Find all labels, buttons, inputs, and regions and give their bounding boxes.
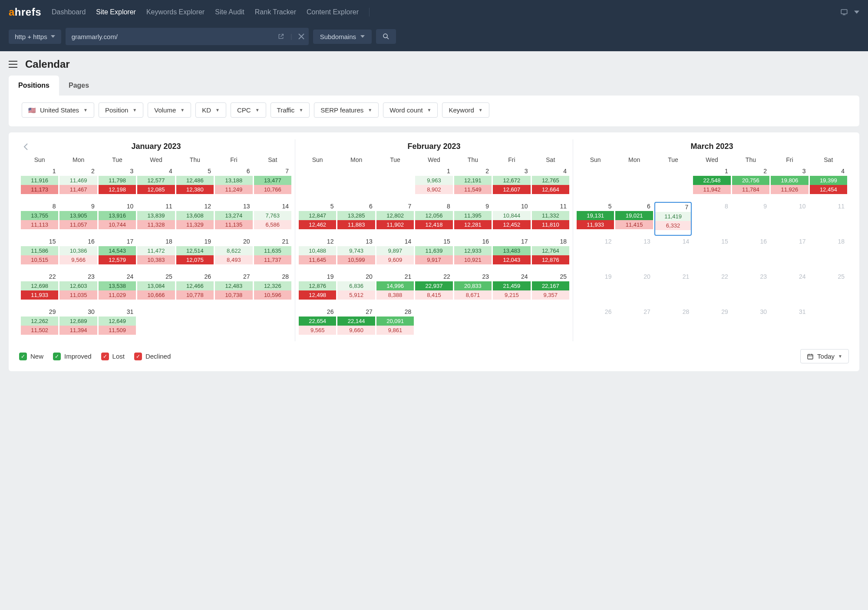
gain-value: 22,548 xyxy=(693,176,730,185)
day-cell[interactable]: 220,75611,784 xyxy=(732,167,769,201)
day-cell[interactable]: 1912,87612,498 xyxy=(299,272,336,306)
day-cell[interactable]: 319,80611,926 xyxy=(771,167,808,201)
clear-icon[interactable] xyxy=(298,33,304,40)
tab-pages[interactable]: Pages xyxy=(59,76,99,96)
day-cell[interactable]: 122,54811,942 xyxy=(693,167,730,201)
day-cell[interactable]: 613,18811,249 xyxy=(215,167,252,201)
day-cell[interactable]: 2114,9968,388 xyxy=(376,272,414,306)
nav-site-audit[interactable]: Site Audit xyxy=(215,8,244,16)
day-cell[interactable]: 813,75511,113 xyxy=(21,202,58,236)
day-cell[interactable]: 1912,51412,075 xyxy=(176,237,214,271)
legend-declined[interactable]: ✓ Declined xyxy=(134,353,171,360)
tab-positions[interactable]: Positions xyxy=(9,76,59,96)
day-cell[interactable]: 312,67212,607 xyxy=(493,167,530,201)
protocol-dropdown[interactable]: http + https xyxy=(9,30,61,44)
day-cell[interactable]: 2820,0919,861 xyxy=(376,307,414,341)
day-cell[interactable]: 1213,60811,329 xyxy=(176,202,214,236)
filter-country[interactable]: 🇺🇸United States▼ xyxy=(22,102,94,118)
day-cell[interactable]: 713,47710,766 xyxy=(254,167,291,201)
day-cell[interactable]: 619,02111,415 xyxy=(615,202,653,236)
day-cell[interactable]: 1612,93310,921 xyxy=(454,237,492,271)
day-cell[interactable]: 2712,48310,738 xyxy=(215,272,252,306)
filter-traffic[interactable]: Traffic▼ xyxy=(271,102,310,118)
day-cell[interactable]: 111,91611,173 xyxy=(21,167,58,201)
day-cell[interactable]: 147,7636,586 xyxy=(254,202,291,236)
day-cell[interactable]: 19,9638,902 xyxy=(415,167,452,201)
day-cell[interactable]: 311,79812,198 xyxy=(99,167,136,201)
day-cell[interactable]: 2222,9378,415 xyxy=(415,272,452,306)
day-cell[interactable]: 2513,08410,666 xyxy=(137,272,175,306)
day-cell[interactable]: 3112,64911,509 xyxy=(99,307,136,341)
day-cell[interactable]: 1511,6399,917 xyxy=(415,237,452,271)
tv-icon[interactable] xyxy=(840,8,848,16)
day-cell[interactable]: 412,76512,664 xyxy=(532,167,569,201)
day-cell[interactable]: 2111,63511,737 xyxy=(254,237,291,271)
day-cell[interactable]: 1610,3869,566 xyxy=(59,237,97,271)
day-cell[interactable]: 211,46911,467 xyxy=(59,167,97,201)
day-cell[interactable]: 512,84712,462 xyxy=(299,202,336,236)
day-cell[interactable]: 212,19111,549 xyxy=(454,167,492,201)
day-cell[interactable]: 2722,1449,660 xyxy=(337,307,375,341)
prev-month-icon[interactable] xyxy=(23,143,28,150)
nav-keywords-explorer[interactable]: Keywords Explorer xyxy=(146,8,205,16)
url-input[interactable] xyxy=(72,33,277,40)
day-cell[interactable]: 2622,6549,565 xyxy=(299,307,336,341)
day-cell[interactable]: 419,39912,454 xyxy=(810,167,847,201)
day-cell[interactable]: 208,6228,493 xyxy=(215,237,252,271)
day-cell[interactable]: 1713,48312,043 xyxy=(493,237,530,271)
filter-word-count[interactable]: Word count▼ xyxy=(383,102,438,118)
day-cell[interactable]: 911,39512,281 xyxy=(454,202,492,236)
nav-content-explorer[interactable]: Content Explorer xyxy=(307,8,359,16)
loss-value: 12,607 xyxy=(493,185,530,194)
day-cell[interactable]: 1812,76412,876 xyxy=(532,237,569,271)
legend-improved[interactable]: ✓ Improved xyxy=(53,353,92,360)
nav-rank-tracker[interactable]: Rank Tracker xyxy=(255,8,296,16)
day-cell[interactable]: 812,05612,418 xyxy=(415,202,452,236)
day-cell[interactable]: 2312,60311,035 xyxy=(59,272,97,306)
day-cell[interactable]: 3012,68911,394 xyxy=(59,307,97,341)
menu-caret-icon[interactable] xyxy=(854,10,859,15)
legend-lost[interactable]: ✓ Lost xyxy=(101,353,125,360)
search-button[interactable] xyxy=(376,29,396,44)
filter-cpc[interactable]: CPC▼ xyxy=(231,102,266,118)
day-cell[interactable]: 1714,54312,579 xyxy=(99,237,136,271)
day-cell[interactable]: 2912,26211,502 xyxy=(21,307,58,341)
day-cell[interactable]: 2812,32610,596 xyxy=(254,272,291,306)
day-cell[interactable]: 613,28511,883 xyxy=(337,202,375,236)
day-cell[interactable]: 1013,91610,744 xyxy=(99,202,136,236)
filter-position[interactable]: Position▼ xyxy=(99,102,143,118)
nav-dashboard[interactable]: Dashboard xyxy=(52,8,86,16)
day-cell[interactable]: 2612,46610,778 xyxy=(176,272,214,306)
day-cell[interactable]: 913,90511,057 xyxy=(59,202,97,236)
day-cell[interactable]: 1313,27411,135 xyxy=(215,202,252,236)
day-cell[interactable]: 2212,69811,933 xyxy=(21,272,58,306)
open-external-icon[interactable] xyxy=(277,33,284,40)
day-cell[interactable]: 519,13111,933 xyxy=(577,202,614,236)
legend-new[interactable]: ✓ New xyxy=(19,353,43,360)
day-cell[interactable]: 711,4196,332 xyxy=(654,202,692,236)
today-button[interactable]: Today ▼ xyxy=(800,349,849,363)
day-cell[interactable]: 412,57712,085 xyxy=(137,167,175,201)
day-cell[interactable]: 149,8979,609 xyxy=(376,237,414,271)
day-cell[interactable]: 139,74310,599 xyxy=(337,237,375,271)
filter-volume[interactable]: Volume▼ xyxy=(148,102,191,118)
day-cell[interactable]: 2421,4599,215 xyxy=(493,272,530,306)
day-cell[interactable]: 2413,53811,029 xyxy=(99,272,136,306)
day-cell[interactable]: 1811,47210,383 xyxy=(137,237,175,271)
hamburger-icon[interactable] xyxy=(9,61,17,68)
day-cell[interactable]: 512,48612,380 xyxy=(176,167,214,201)
filter-serp-features[interactable]: SERP features▼ xyxy=(314,102,379,118)
day-cell[interactable]: 1111,33211,810 xyxy=(532,202,569,236)
filter-kd[interactable]: KD▼ xyxy=(195,102,226,118)
day-cell[interactable]: 1511,58610,515 xyxy=(21,237,58,271)
filter-keyword[interactable]: Keyword▼ xyxy=(442,102,489,118)
day-cell[interactable]: 2522,1679,357 xyxy=(532,272,569,306)
day-cell[interactable]: 1113,83911,328 xyxy=(137,202,175,236)
day-cell[interactable]: 1210,48811,645 xyxy=(299,237,336,271)
day-cell[interactable]: 2320,8338,671 xyxy=(454,272,492,306)
day-cell[interactable]: 712,80211,902 xyxy=(376,202,414,236)
day-cell[interactable]: 1010,84412,452 xyxy=(493,202,530,236)
day-cell[interactable]: 206,8365,912 xyxy=(337,272,375,306)
nav-site-explorer[interactable]: Site Explorer xyxy=(96,8,136,16)
scope-dropdown[interactable]: Subdomains xyxy=(313,30,372,44)
